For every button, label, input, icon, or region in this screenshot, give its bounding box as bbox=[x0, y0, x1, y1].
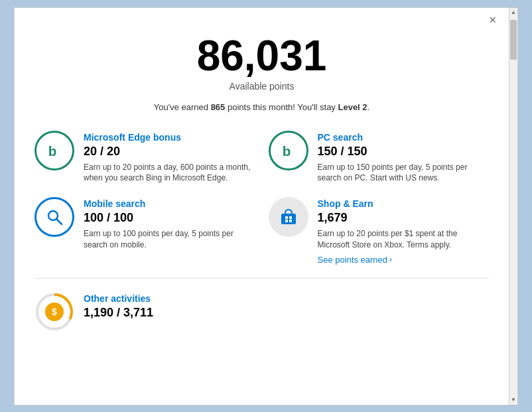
month-middle: points this month! You'll stay bbox=[225, 102, 338, 112]
svg-text:$: $ bbox=[52, 307, 57, 317]
mobile-search-desc: Earn up to 100 points per day, 5 points … bbox=[84, 228, 255, 251]
month-level: Level 2 bbox=[338, 102, 367, 112]
main-content: ✕ 86,031 Available points You've earned … bbox=[14, 7, 509, 405]
month-points: 865 bbox=[211, 102, 226, 112]
svg-rect-8 bbox=[289, 220, 292, 222]
svg-rect-6 bbox=[289, 216, 292, 219]
card-mobile-search: Mobile search 100 / 100 Earn up to 100 p… bbox=[34, 197, 255, 265]
svg-line-3 bbox=[56, 219, 62, 224]
cards-grid: b Microsoft Edge bonus 20 / 20 Earn up t… bbox=[34, 131, 489, 265]
points-display: 86,031 bbox=[34, 34, 489, 77]
other-activities-content: Other activities 1,190 / 3,711 bbox=[84, 292, 153, 323]
card-edge-bonus: b Microsoft Edge bonus 20 / 20 Earn up t… bbox=[34, 131, 255, 184]
bing-icon-edge: b bbox=[44, 141, 64, 161]
search-icon-mobile bbox=[45, 208, 64, 226]
pc-search-desc: Earn up to 150 points per day, 5 points … bbox=[318, 162, 490, 184]
shop-icon bbox=[279, 207, 299, 227]
bing-icon-pc: b bbox=[279, 141, 299, 161]
other-activities-title[interactable]: Other activities bbox=[84, 293, 153, 304]
close-button[interactable]: ✕ bbox=[489, 15, 497, 25]
card-other-activities: $ Other activities 1,190 / 3,711 bbox=[34, 292, 489, 332]
mobile-search-score: 100 / 100 bbox=[84, 211, 255, 225]
svg-rect-5 bbox=[285, 216, 288, 219]
month-message: You've earned 865 points this month! You… bbox=[34, 102, 489, 112]
svg-rect-4 bbox=[281, 214, 296, 224]
month-prefix: You've earned bbox=[154, 102, 211, 112]
edge-bonus-content: Microsoft Edge bonus 20 / 20 Earn up to … bbox=[84, 131, 255, 184]
scrollbar: ▲ ▼ bbox=[509, 7, 518, 405]
shop-earn-score: 1,679 bbox=[318, 211, 490, 225]
scroll-down-button[interactable]: ▼ bbox=[509, 395, 518, 405]
card-shop-earn: Shop & Earn 1,679 Earn up to 20 points p… bbox=[269, 197, 490, 265]
shop-earn-title[interactable]: Shop & Earn bbox=[318, 198, 490, 209]
pc-search-content: PC search 150 / 150 Earn up to 150 point… bbox=[318, 131, 490, 184]
see-points-link[interactable]: See points earned › bbox=[318, 255, 490, 265]
other-activities-score: 1,190 / 3,711 bbox=[84, 306, 153, 320]
svg-text:b: b bbox=[48, 143, 57, 158]
shop-earn-icon-circle bbox=[269, 197, 308, 237]
svg-text:b: b bbox=[282, 143, 291, 158]
rewards-window: ✕ 86,031 Available points You've earned … bbox=[14, 7, 518, 405]
pc-search-score: 150 / 150 bbox=[318, 145, 490, 159]
edge-bonus-score: 20 / 20 bbox=[84, 145, 255, 159]
month-suffix: . bbox=[367, 102, 370, 112]
mobile-search-title[interactable]: Mobile search bbox=[84, 198, 255, 209]
pc-search-title[interactable]: PC search bbox=[318, 132, 490, 143]
other-activities-icon: $ bbox=[34, 292, 74, 332]
scrollbar-thumb[interactable] bbox=[510, 20, 517, 60]
divider bbox=[34, 278, 489, 279]
shop-earn-desc: Earn up to 20 points per $1 spent at the… bbox=[318, 228, 490, 251]
mobile-search-icon-circle bbox=[34, 197, 74, 237]
pc-search-icon-circle: b bbox=[269, 131, 308, 171]
chevron-right-icon: › bbox=[389, 255, 392, 264]
edge-bonus-title[interactable]: Microsoft Edge bonus bbox=[84, 132, 255, 143]
available-points-label: Available points bbox=[34, 81, 489, 92]
edge-bonus-desc: Earn up to 20 points a day, 600 points a… bbox=[84, 162, 255, 184]
shop-earn-content: Shop & Earn 1,679 Earn up to 20 points p… bbox=[318, 197, 490, 265]
edge-bonus-icon-circle: b bbox=[34, 131, 74, 171]
other-activities-ring: $ bbox=[34, 292, 74, 332]
card-pc-search: b PC search 150 / 150 Earn up to 150 poi… bbox=[269, 131, 490, 184]
scroll-up-button[interactable]: ▲ bbox=[509, 8, 518, 17]
svg-rect-7 bbox=[285, 220, 288, 222]
mobile-search-content: Mobile search 100 / 100 Earn up to 100 p… bbox=[84, 197, 255, 251]
